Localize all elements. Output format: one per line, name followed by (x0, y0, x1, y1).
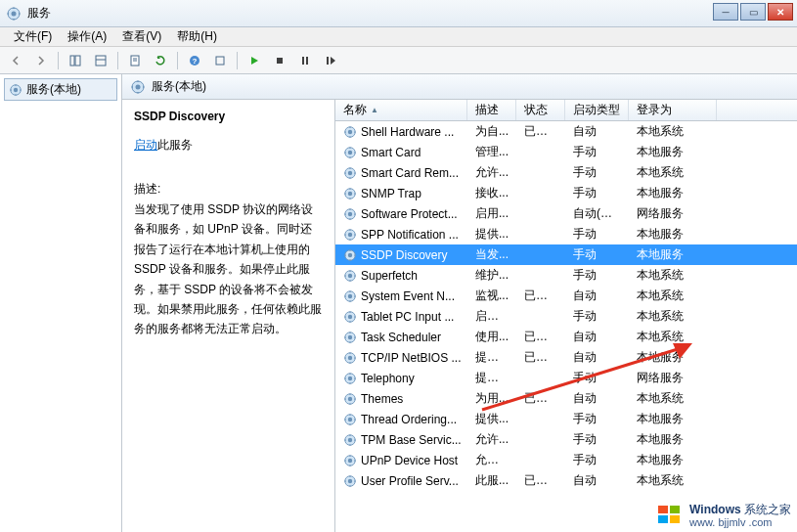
service-row[interactable]: Thread Ordering...提供...手动本地服务 (335, 409, 797, 429)
minimize-button[interactable]: ─ (713, 3, 738, 21)
service-startup: 手动 (565, 308, 629, 325)
help-button[interactable]: ? (183, 50, 206, 71)
service-row[interactable]: TPM Base Servic...允许...手动本地服务 (335, 429, 797, 450)
service-icon (343, 146, 357, 159)
back-button[interactable] (4, 50, 27, 71)
list-body[interactable]: Shell Hardware ...为自...已启动自动本地系统Smart Ca… (335, 121, 797, 532)
window-title: 服务 (27, 5, 51, 22)
refresh-button[interactable] (149, 50, 172, 71)
column-name[interactable]: 名称 ▲ (335, 100, 467, 120)
service-row[interactable]: Task Scheduler使用...已启动自动本地系统 (335, 327, 797, 347)
service-desc: 管理... (467, 144, 516, 160)
service-row[interactable]: Shell Hardware ...为自...已启动自动本地系统 (335, 121, 797, 142)
pause-service-button[interactable] (293, 50, 317, 71)
menu-view[interactable]: 查看(V) (114, 26, 169, 47)
column-startup-type[interactable]: 启动类型 (565, 100, 629, 120)
service-name: SNMP Trap (361, 187, 421, 200)
service-row[interactable]: Themes为用...已启动自动本地系统 (335, 388, 797, 409)
service-logon: 本地服务 (629, 226, 717, 243)
start-service-button[interactable] (243, 50, 266, 71)
service-startup: 手动 (565, 185, 629, 201)
description-label: 描述: (134, 181, 323, 198)
tree-root-item[interactable]: 服务(本地) (4, 78, 117, 101)
close-button[interactable]: ✕ (768, 3, 793, 21)
maximize-button[interactable]: ▭ (740, 3, 766, 21)
menubar: 文件(F) 操作(A) 查看(V) 帮助(H) (0, 27, 797, 47)
service-startup: 手动 (565, 431, 629, 448)
service-startup: 手动 (565, 267, 629, 284)
properties-button[interactable] (123, 50, 147, 71)
start-service-line: 启动此服务 (134, 137, 323, 154)
service-name: SSDP Discovery (361, 248, 447, 262)
forward-button[interactable] (29, 50, 53, 71)
service-status: 已启动 (516, 288, 565, 304)
service-logon: 本地服务 (629, 411, 717, 427)
service-desc: 启用... (467, 205, 516, 222)
stop-service-button[interactable] (268, 50, 291, 71)
service-name: Task Scheduler (361, 331, 441, 344)
service-desc: 使用... (467, 329, 516, 345)
service-logon: 本地系统 (629, 308, 717, 325)
service-name: Smart Card Rem... (361, 166, 459, 180)
window-controls: ─ ▭ ✕ (713, 3, 793, 21)
svg-rect-15 (327, 57, 329, 65)
service-row[interactable]: Superfetch维护...手动本地系统 (335, 265, 797, 286)
service-name: SPP Notification ... (361, 228, 459, 242)
start-service-link[interactable]: 启动 (134, 138, 157, 152)
service-row[interactable]: SSDP Discovery当发...手动本地服务 (335, 244, 797, 265)
service-icon (343, 289, 357, 303)
service-row[interactable]: User Profile Serv...此服...已启动自动本地系统 (335, 470, 797, 491)
column-status[interactable]: 状态 (516, 100, 565, 120)
service-icon (343, 392, 357, 406)
service-startup: 自动 (565, 329, 629, 345)
service-row[interactable]: TCP/IP NetBIOS ...提供 ...已启动自动本地服务 (335, 347, 797, 368)
service-status: 已启动 (516, 329, 565, 345)
svg-rect-2 (70, 56, 74, 66)
service-name: Software Protect... (361, 207, 458, 221)
service-row[interactable]: Telephony提供 ...手动网络服务 (335, 368, 797, 388)
service-desc: 提供... (467, 226, 516, 243)
service-desc: 提供 ... (467, 349, 516, 366)
menu-action[interactable]: 操作(A) (60, 26, 114, 47)
service-name: TCP/IP NetBIOS ... (361, 351, 461, 365)
service-startup: 自动 (565, 349, 629, 366)
service-desc: 启用 ... (467, 308, 516, 325)
service-desc: 允许 ... (467, 452, 516, 468)
toolbar-separator (58, 52, 59, 69)
svg-rect-4 (96, 56, 106, 66)
toolbar-separator (237, 52, 238, 69)
service-icon (343, 269, 357, 283)
show-hide-tree-button[interactable] (64, 50, 87, 71)
column-logon-as[interactable]: 登录为 (629, 100, 717, 120)
service-row[interactable]: Software Protect...启用...自动(延迟...网络服务 (335, 203, 797, 224)
toolbar-separator (177, 52, 178, 69)
service-logon: 网络服务 (629, 205, 717, 222)
service-row[interactable]: SNMP Trap接收...手动本地服务 (335, 183, 797, 203)
service-logon: 网络服务 (629, 370, 717, 386)
service-logon: 本地系统 (629, 472, 717, 489)
restart-service-button[interactable] (319, 50, 342, 71)
svg-rect-12 (277, 58, 283, 64)
service-row[interactable]: System Event N...监视...已启动自动本地系统 (335, 286, 797, 306)
toolbar: ? (0, 47, 797, 74)
service-row[interactable]: Smart Card管理...手动本地服务 (335, 142, 797, 162)
menu-file[interactable]: 文件(F) (6, 26, 60, 47)
extra-button[interactable] (208, 50, 232, 71)
service-startup: 自动 (565, 288, 629, 304)
service-name: Thread Ordering... (361, 413, 457, 426)
service-status: 已启动 (516, 349, 565, 366)
column-description[interactable]: 描述 (467, 100, 516, 120)
service-row[interactable]: SPP Notification ...提供...手动本地服务 (335, 224, 797, 244)
menu-help[interactable]: 帮助(H) (169, 26, 225, 47)
service-startup: 手动 (565, 370, 629, 386)
service-icon (343, 248, 357, 262)
service-desc: 提供... (467, 411, 516, 427)
export-list-button[interactable] (89, 50, 112, 71)
service-row[interactable]: Tablet PC Input ...启用 ...手动本地系统 (335, 306, 797, 327)
service-status: 已启动 (516, 123, 565, 140)
service-logon: 本地系统 (629, 288, 717, 304)
service-row[interactable]: UPnP Device Host允许 ...手动本地服务 (335, 450, 797, 470)
svg-rect-11 (216, 57, 224, 65)
service-name: Smart Card (361, 146, 421, 159)
service-row[interactable]: Smart Card Rem...允许...手动本地系统 (335, 162, 797, 183)
